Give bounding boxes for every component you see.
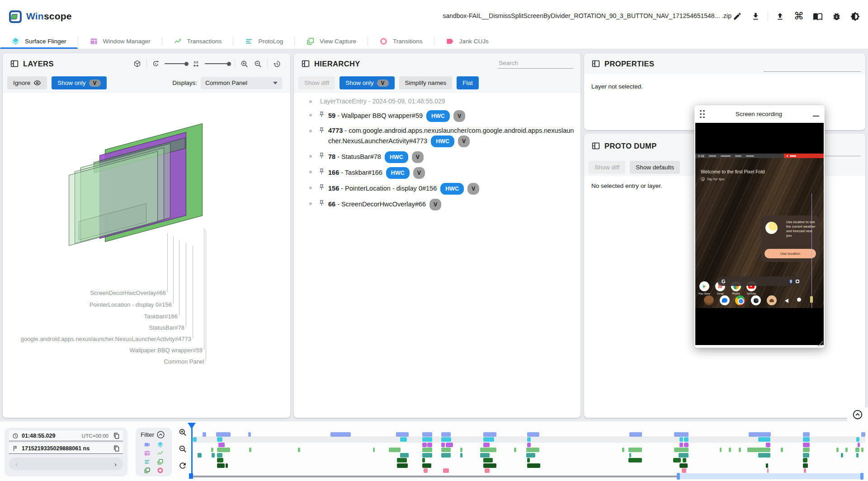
pin-icon[interactable] xyxy=(318,184,325,191)
edit-title-icon[interactable] xyxy=(733,12,742,21)
pin-icon[interactable] xyxy=(318,152,325,159)
pin-icon[interactable] xyxy=(318,168,325,175)
filter-label: Filter xyxy=(141,431,154,438)
layer-node-row[interactable]: 66 - ScreenDecorHwcOverlay#66V xyxy=(309,199,574,210)
pin-icon[interactable] xyxy=(318,200,325,206)
layer-node-row[interactable]: 78 - StatusBar#78HWCV xyxy=(309,151,574,163)
simplify-names-button[interactable]: Simplify names xyxy=(399,76,453,89)
protolog-segment xyxy=(422,453,432,458)
copy-icon[interactable] xyxy=(113,445,120,452)
layer-node-row[interactable]: 59 - Wallpaper BBQ wrapper#59HWCV xyxy=(309,110,574,122)
tab-transitions[interactable]: Transitions xyxy=(368,34,434,49)
play-icon xyxy=(701,177,705,181)
layer-node-row[interactable]: 156 - PointerLocation - display 0#156HWC… xyxy=(309,183,574,195)
layer-label[interactable]: StatusBar#78 xyxy=(149,324,184,331)
layer-node-row[interactable]: 166 - Taskbar#166HWCV xyxy=(309,167,574,179)
show-only-button[interactable]: Show only V xyxy=(340,76,394,89)
report-bug-icon[interactable] xyxy=(832,12,841,21)
show-diff-button[interactable]: Show diff xyxy=(298,76,335,89)
properties-search-input[interactable] xyxy=(764,71,861,72)
next-entry-button[interactable]: › xyxy=(114,460,117,468)
human-time-field[interactable]: 01:48:55.029 UTC+00:00 xyxy=(9,430,123,441)
zoom-out-icon[interactable] xyxy=(254,60,262,68)
reset-view-icon[interactable] xyxy=(273,60,281,68)
filter-videocam-icon[interactable] xyxy=(144,441,151,448)
flag-icon xyxy=(12,445,19,452)
filter-lines-icon[interactable] xyxy=(144,458,151,465)
spacing-slider[interactable] xyxy=(205,63,230,64)
window-manager-segment xyxy=(527,443,531,447)
layer-label[interactable]: ScreenDecorHwcOverlay#66 xyxy=(90,290,166,296)
copy-icon[interactable] xyxy=(113,433,120,439)
show-defaults-button[interactable]: Show defaults xyxy=(630,161,680,174)
taskbar-app-icon xyxy=(704,295,714,305)
timeline-scroll-track[interactable] xyxy=(192,476,677,477)
drag-handle-icon[interactable] xyxy=(700,110,705,118)
tab-window-manager[interactable]: Window Manager xyxy=(78,34,162,49)
transitions-segment xyxy=(424,468,428,473)
zoom-in-icon[interactable] xyxy=(240,60,249,68)
resize-handle[interactable] xyxy=(818,341,823,346)
filter-window-icon[interactable] xyxy=(144,450,151,457)
tab-protolog[interactable]: ProtoLog xyxy=(233,34,294,49)
timeline-bar: 01:48:55.029 UTC+00:00 17152193350298880… xyxy=(0,421,868,481)
range-handle-right[interactable] xyxy=(860,473,863,480)
filter-zigzag-icon[interactable] xyxy=(157,450,164,457)
window-manager-segment xyxy=(684,443,689,447)
tab-transactions[interactable]: Transactions xyxy=(162,34,233,49)
bullet-icon xyxy=(309,114,312,117)
layer-label[interactable]: PointerLocation - display 0#156 xyxy=(90,301,172,308)
timeline-selected-range[interactable] xyxy=(677,473,863,479)
3d-view-icon[interactable] xyxy=(133,60,142,68)
layers-3d-canvas[interactable]: ScreenDecorHwcOverlay#66PointerLocation … xyxy=(3,93,290,418)
ns-time-field[interactable]: 1715219335029888061 ns xyxy=(9,443,123,454)
layer-label[interactable]: Common Panel xyxy=(164,358,204,365)
previous-entry-button[interactable]: ‹ xyxy=(15,460,18,468)
range-handle-left[interactable] xyxy=(677,473,680,480)
collapse-timeline-icon[interactable] xyxy=(852,409,863,420)
filter-stack-icon[interactable] xyxy=(157,458,164,465)
layer-label[interactable]: Wallpaper BBQ wrapper#59 xyxy=(130,347,203,354)
shortcuts-icon[interactable]: ⌘ xyxy=(794,12,804,21)
tab-view-capture[interactable]: View Capture xyxy=(295,34,368,49)
timeline-cursor[interactable] xyxy=(191,423,193,479)
filter-stack-icon[interactable] xyxy=(144,467,151,474)
protolog-segment xyxy=(441,453,451,458)
pin-icon[interactable] xyxy=(318,127,325,134)
hierarchy-search-input[interactable]: Search xyxy=(498,59,573,69)
tab-surface-flinger[interactable]: Surface Flinger xyxy=(0,34,78,49)
view-capture-segment xyxy=(217,458,223,462)
layer-label[interactable]: Taskbar#166 xyxy=(144,313,178,320)
show-diff-button[interactable]: Show diff xyxy=(589,161,625,174)
timeline-zoom-in-icon[interactable] xyxy=(178,428,187,437)
transactions-segment xyxy=(460,448,462,452)
timeline-cursor-foot[interactable] xyxy=(189,473,193,479)
timeline-canvas[interactable] xyxy=(192,425,865,480)
utc-offset[interactable]: UTC+00:00 xyxy=(82,433,108,439)
documentation-icon[interactable] xyxy=(813,11,823,21)
pin-icon[interactable] xyxy=(318,111,325,118)
dark-mode-toggle-icon[interactable] xyxy=(850,12,860,21)
transactions-segment xyxy=(211,448,213,452)
filter-layers-icon[interactable] xyxy=(157,441,164,448)
screen-recording-window[interactable]: Screen recording 9:48 Welcome to the fir… xyxy=(694,105,825,348)
show-only-button[interactable]: Show only V xyxy=(52,76,106,89)
displays-select[interactable]: Common Panel xyxy=(201,77,282,89)
collapse-filter-icon[interactable] xyxy=(156,430,165,439)
rotation-slider[interactable] xyxy=(165,63,187,64)
minimize-button[interactable] xyxy=(813,116,819,117)
download-traces-icon[interactable] xyxy=(751,12,760,21)
timeline-zoom-out-icon[interactable] xyxy=(178,444,187,453)
ignore-button[interactable]: Ignore xyxy=(7,76,47,89)
flat-button[interactable]: Flat xyxy=(457,76,479,89)
tab-jank-cujs[interactable]: Jank CUJs xyxy=(434,34,500,49)
layer-node-row[interactable]: 4773 - com.google.android.apps.nexuslaun… xyxy=(309,126,574,147)
filter-donut-icon[interactable] xyxy=(157,467,164,474)
layer-label[interactable]: google.android.apps.nexuslauncher.NexusL… xyxy=(21,336,191,342)
panel-icon xyxy=(10,59,19,68)
taskbar-app-icon xyxy=(767,295,777,305)
entry-navigation: ‹ › xyxy=(9,458,123,470)
upload-traces-icon[interactable] xyxy=(775,12,785,21)
trace-entry-row[interactable]: LayerTraceEntry - 2024-05-09, 01:48:55.0… xyxy=(309,97,574,106)
timeline-reset-zoom-icon[interactable] xyxy=(178,461,187,470)
